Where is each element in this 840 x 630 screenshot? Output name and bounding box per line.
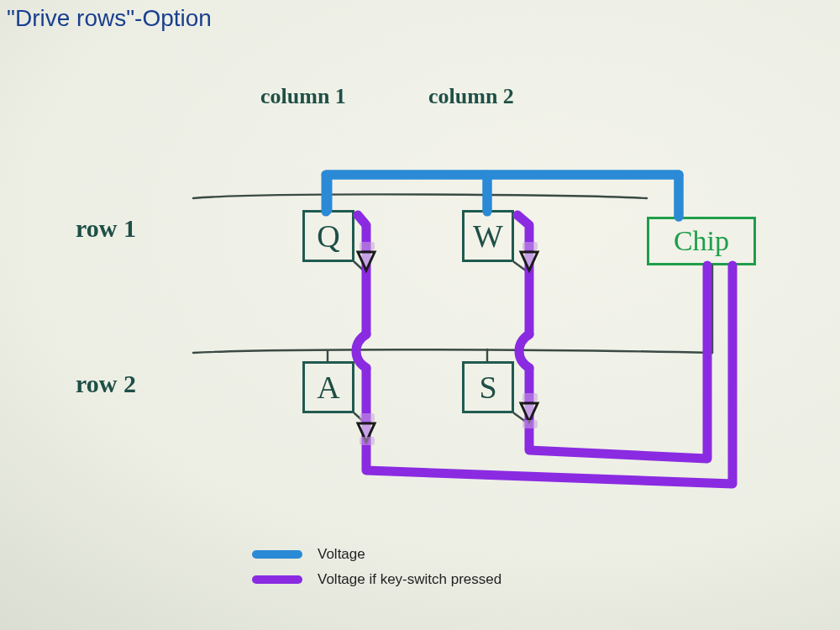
label-column-2: column 2 <box>428 84 514 109</box>
key-w: W <box>462 210 514 262</box>
label-column-1: column 1 <box>260 84 346 109</box>
key-q: Q <box>302 210 354 262</box>
legend-voltage-pressed-label: Voltage if key-switch pressed <box>318 571 501 588</box>
label-row-1: row 1 <box>76 214 136 243</box>
legend-voltage-label: Voltage <box>318 546 365 563</box>
voltage-pressed-swatch <box>252 575 302 584</box>
chip-block: Chip <box>647 217 756 265</box>
page-title: "Drive rows"-Option <box>7 5 212 32</box>
key-a: A <box>302 361 354 413</box>
legend: Voltage Voltage if key-switch pressed <box>252 546 501 596</box>
legend-voltage-pressed: Voltage if key-switch pressed <box>252 571 501 588</box>
legend-voltage: Voltage <box>252 546 501 563</box>
key-s: S <box>462 361 514 413</box>
paper-background <box>0 0 840 630</box>
voltage-swatch <box>252 550 302 559</box>
label-row-2: row 2 <box>76 370 136 398</box>
